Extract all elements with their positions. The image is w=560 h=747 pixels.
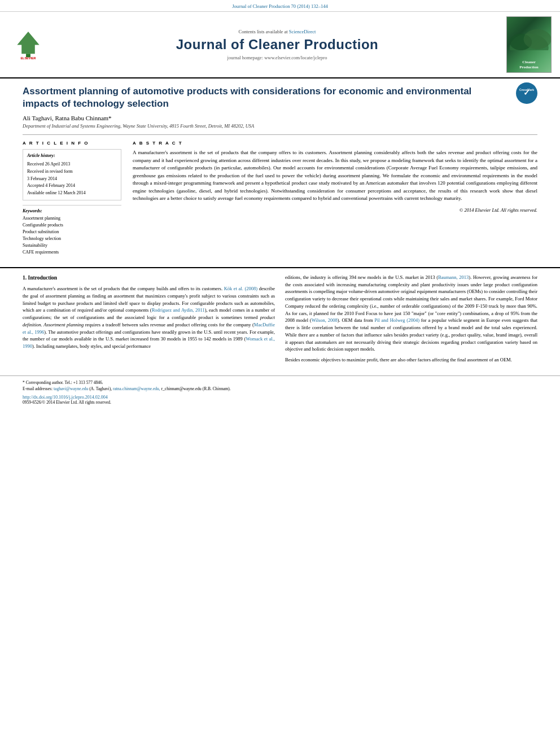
journal-reference: Journal of Cleaner Production 70 (2014) … xyxy=(232,3,328,9)
keyword-3: Product substitution xyxy=(23,229,121,235)
keyword-4: Technology selection xyxy=(23,235,121,242)
contents-text: Contents lists available at xyxy=(239,29,289,34)
section1-para2: editions, the industry is offering 394 n… xyxy=(285,274,537,353)
section-divider xyxy=(0,267,560,268)
history-title: Article history: xyxy=(27,152,117,160)
email-link-1[interactable]: taghavi@wayne.edu xyxy=(54,386,88,391)
copyright-line: © 2014 Elsevier Ltd. All rights reserved… xyxy=(133,207,537,213)
paper-content-area: CrossMark ✓ Assortment planning of autom… xyxy=(0,78,560,261)
journal-cover-image: Cleaner Production xyxy=(506,16,552,73)
ref-baumann2013[interactable]: Baumann, 2013 xyxy=(438,274,469,280)
sciencedirect-link[interactable]: ScienceDirect xyxy=(289,29,316,34)
crossmark-icon: CrossMark ✓ xyxy=(516,82,537,104)
ref-wilson2008[interactable]: Wilson, 2008 xyxy=(312,317,338,323)
keywords-block: Keywords: Assortment planning Configurab… xyxy=(23,205,121,256)
footnote-asterisk: * Corresponding author. Tel.: +1 313 577… xyxy=(23,379,537,386)
paper-title-section: CrossMark ✓ Assortment planning of autom… xyxy=(23,85,537,110)
accepted-date: Accepted 4 February 2014 xyxy=(27,182,117,190)
journal-homepage: journal homepage: www.elsevier.com/locat… xyxy=(228,55,327,60)
paper-title: Assortment planning of automotive produc… xyxy=(23,85,537,110)
svg-text:ELSEVIER: ELSEVIER xyxy=(20,56,36,60)
available-date: Available online 12 March 2014 xyxy=(27,190,117,197)
keyword-5: Sustainability xyxy=(23,242,121,249)
journal-header: ELSEVIER Contents lists available at Sci… xyxy=(0,12,560,78)
article-history-block: Article history: Received 26 April 2013 … xyxy=(23,149,121,200)
abstract-column: A B S T R A C T A manufacturer's assortm… xyxy=(133,141,537,256)
svg-text:✓: ✓ xyxy=(523,88,530,97)
sciencedirect-line: Contents lists available at ScienceDirec… xyxy=(239,29,316,34)
section1-para3: Besides economic objectives to maximize … xyxy=(285,356,537,364)
journal-main-title: Journal of Cleaner Production xyxy=(176,37,379,53)
body-left-column: 1. Introduction A manufacturer's assortm… xyxy=(23,274,275,367)
journal-cover-area: Cleaner Production xyxy=(504,16,554,73)
cover-cleaner-text: Cleaner xyxy=(522,60,536,64)
keyword-6: CAFE requirements xyxy=(23,249,121,256)
article-info-abstract-section: A R T I C L E I N F O Article history: R… xyxy=(23,134,537,256)
journal-top-bar: Journal of Cleaner Production 70 (2014) … xyxy=(0,0,560,12)
elsevier-logo-area: ELSEVIER xyxy=(6,16,51,73)
abstract-text: A manufacturer's assortment is the set o… xyxy=(133,149,537,203)
footnote-section: * Corresponding author. Tel.: +1 313 577… xyxy=(0,375,560,392)
keyword-2: Configurable products xyxy=(23,222,121,229)
page: Journal of Cleaner Production 70 (2014) … xyxy=(0,0,560,747)
paper-authors: Ali Taghavi, Ratna Babu Chinnam* xyxy=(23,115,537,121)
received-revised-label: Received in revised form xyxy=(27,168,117,176)
issn-line: 0959-6526/© 2014 Elsevier Ltd. All right… xyxy=(23,400,537,405)
keyword-1: Assortment planning xyxy=(23,215,121,222)
crossmark-badge[interactable]: CrossMark ✓ xyxy=(516,82,537,104)
doi-link[interactable]: http://dx.doi.org/10.1016/j.jclepro.2014… xyxy=(23,395,108,400)
ref-womack1990[interactable]: Womack et al., 1990 xyxy=(23,336,275,349)
journal-title-area: Contents lists available at ScienceDirec… xyxy=(55,16,499,73)
doi-section: http://dx.doi.org/10.1016/j.jclepro.2014… xyxy=(0,392,560,406)
article-info-heading: A R T I C L E I N F O xyxy=(23,141,121,146)
cover-production-text: Production xyxy=(519,65,538,69)
ref-kok2008[interactable]: Kök et al. (2008) xyxy=(224,286,257,291)
ref-pil2004[interactable]: Pil and Holweg (2004) xyxy=(374,317,419,323)
elsevier-logo-svg: ELSEVIER xyxy=(8,29,48,60)
section1-heading: 1. Introduction xyxy=(23,274,275,282)
received-revised-date: 3 February 2014 xyxy=(27,176,117,183)
ref-rodriguez2011[interactable]: Rodriguez and Aydin, 2011 xyxy=(152,307,205,313)
body-right-column: editions, the industry is offering 394 n… xyxy=(285,274,537,367)
footnote-email: E-mail addresses: taghavi@wayne.edu (A. … xyxy=(23,386,537,392)
section1-para1: A manufacturer's assortment is the set o… xyxy=(23,285,275,350)
paper-affiliation: Department of Industrial and Systems Eng… xyxy=(23,123,537,129)
article-info-column: A R T I C L E I N F O Article history: R… xyxy=(23,141,121,256)
email-link-2[interactable]: ratna.chinnam@wayne.edu, xyxy=(113,386,160,391)
received-date: Received 26 April 2013 xyxy=(27,161,117,168)
body-two-column: 1. Introduction A manufacturer's assortm… xyxy=(0,274,560,367)
abstract-heading: A B S T R A C T xyxy=(133,141,537,146)
keywords-heading: Keywords: xyxy=(23,208,121,213)
